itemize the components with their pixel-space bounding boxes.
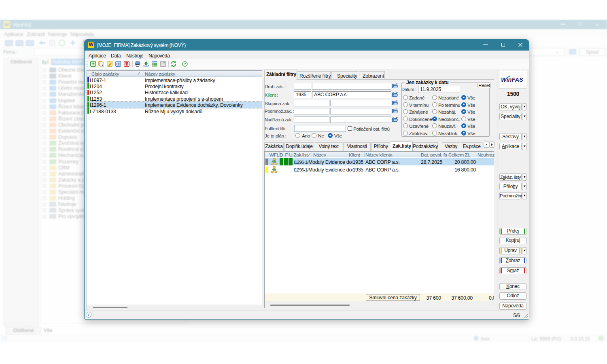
svg-text:?: ?: [184, 61, 186, 66]
